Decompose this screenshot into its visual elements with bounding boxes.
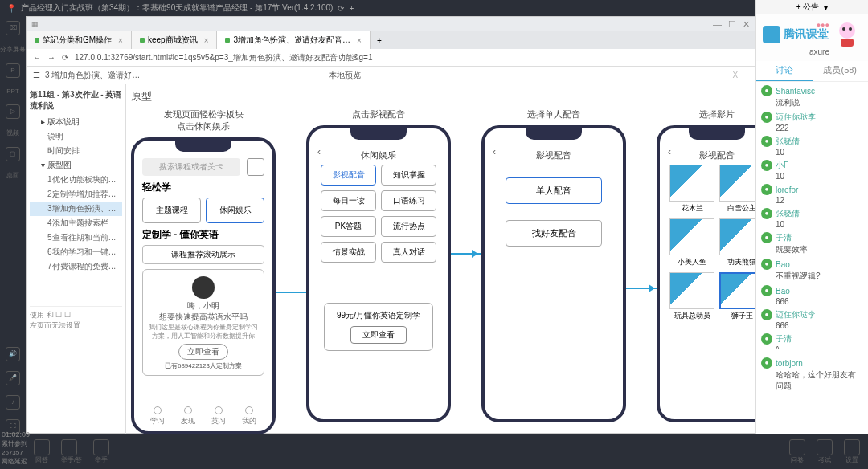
phone-frame: ‹ 影视配音 单人配音 找好友配音 <box>481 125 626 422</box>
username[interactable]: Bao <box>776 260 790 269</box>
br-max[interactable]: ☐ <box>728 19 736 30</box>
friend-dub[interactable]: 找好友配音 <box>506 220 602 247</box>
avatar-icon: ● <box>761 309 772 320</box>
mic-icon[interactable]: 🎤 <box>6 371 20 385</box>
username[interactable]: Shantavisc <box>776 87 815 96</box>
tree-node[interactable]: 2定制学增加推荐的课程内… <box>30 187 122 202</box>
chat-messages[interactable]: ●Shantavisc流利说●迈住你哒李222●张晓倩10●小F10●loref… <box>756 82 868 447</box>
svg-point-2 <box>849 27 852 31</box>
username[interactable]: 小F <box>776 160 788 171</box>
music-icon[interactable]: ♪ <box>6 395 20 410</box>
avatar-icon: ● <box>761 85 772 96</box>
tree-node[interactable]: 5查看往期和当前学习记录… <box>30 230 122 245</box>
movie-thumb[interactable]: 花木兰 <box>669 165 714 214</box>
tree-heading: 第11组 - 第3次作业 - 英语流利说 <box>30 89 122 112</box>
tree-node-selected[interactable]: 3增加角色扮演、邀请好友… <box>30 202 122 216</box>
message-text: 10 <box>776 220 863 229</box>
message-text: 哈哈哈，这个好朋友有问题 <box>776 369 863 392</box>
survey-icon[interactable] <box>789 439 805 455</box>
mascot-icon <box>831 18 863 50</box>
back-icon[interactable]: ‹ <box>493 146 496 157</box>
prototype-canvas[interactable]: 原型 发现页面轻松学板块 点击休闲娱乐 搜索课程或者关卡 轻松学 主题课程休闲娱… <box>126 84 755 447</box>
movie-thumb[interactable]: 小美人鱼 <box>669 218 714 267</box>
username[interactable]: 张晓倩 <box>776 208 800 219</box>
avatar-icon: ● <box>761 259 772 270</box>
solo-dub[interactable]: 单人配音 <box>506 177 602 204</box>
refresh-icon[interactable]: ⟳ <box>338 4 344 13</box>
left-rail: ⌧分享屏幕 PPPT ▷视频 ▢桌面 🔊 🎤 ♪ ⛶ <box>0 16 26 434</box>
fwd-icon[interactable]: → <box>47 53 55 62</box>
tree-node[interactable]: 1优化功能板块的分类 <box>30 173 122 187</box>
exam-icon[interactable] <box>817 439 833 455</box>
promo-card[interactable]: 嗨，小明 想要快速提高英语水平吗 我们这里是核心课程为你量身定制学习方案，用人工… <box>142 269 264 376</box>
app-grid-icon[interactable]: ▦ <box>31 20 39 28</box>
tree-node[interactable]: ▸ 版本说明 <box>30 115 122 129</box>
message-text: 10 <box>776 172 863 181</box>
browser-frame: ▦ —☐✕ 笔记分类和GM操作× keep商城资讯× 3增加角色扮演、邀请好友配… <box>26 16 755 434</box>
back-icon[interactable]: ‹ <box>317 146 321 157</box>
username[interactable]: 迈住你哒李 <box>776 112 816 123</box>
tab-members[interactable]: 成员(58) <box>813 61 869 81</box>
bottom-nav[interactable]: 学习 发现 英习 我的 <box>142 406 264 426</box>
username[interactable]: torbjorn <box>776 359 803 368</box>
tab-discuss[interactable]: 讨论 <box>756 61 813 81</box>
announce-bar[interactable]: + 公告 ▾ <box>756 0 868 14</box>
avatar-icon: ● <box>761 136 772 147</box>
hand-icon[interactable] <box>93 439 109 455</box>
movie-thumb-selected[interactable]: 狮子王 <box>719 272 755 321</box>
settings-icon[interactable] <box>844 439 860 455</box>
breadcrumb: 3 增加角色扮演、邀请好… <box>45 70 140 81</box>
new-tab[interactable]: + <box>371 36 388 45</box>
view-button[interactable]: 立即查看 <box>350 326 407 344</box>
tab-2[interactable]: keep商城资讯× <box>132 31 218 49</box>
tree-node[interactable]: 4添加主题搜索栏 <box>30 216 122 230</box>
calendar-icon[interactable] <box>247 158 264 176</box>
page-title: 原型 <box>131 89 750 104</box>
tree-node[interactable]: 6我的学习和一键寻找功能… <box>30 245 122 259</box>
avatar-icon: ● <box>761 285 772 296</box>
br-close[interactable]: ✕ <box>743 19 750 30</box>
username[interactable]: 张晓倩 <box>776 136 800 147</box>
username[interactable]: Bao <box>776 287 790 296</box>
avatar-icon: ● <box>761 160 772 171</box>
username[interactable]: 迈住你哒李 <box>776 309 816 320</box>
chevron-down-icon: ▾ <box>824 3 828 12</box>
desktop-icon[interactable]: ▢ <box>6 147 20 161</box>
movie-thumb[interactable]: 白雪公主 <box>719 165 755 214</box>
tree-node[interactable]: 说明 <box>30 129 122 144</box>
username[interactable]: 子清 <box>776 333 792 345</box>
price-banner: 99元/月懂你英语定制学 立即查看 <box>324 303 433 351</box>
phone-frame: 搜索课程或者关卡 轻松学 主题课程休闲娱乐 定制学 - 懂你英语 课程推荐滚动展… <box>131 137 276 434</box>
back-icon[interactable]: ‹ <box>668 146 671 157</box>
phone-block-4: 选择影片 ‹ 影视配音 花木兰 白雪公主 小美人鱼 功夫熊猫 玩具总动员 狮子王 <box>657 108 755 434</box>
tree-footer: 使用 和 ☐ ☐左页而无法设置 <box>30 306 122 331</box>
tree-node[interactable]: 时间安排 <box>30 144 122 158</box>
br-min[interactable]: — <box>713 19 722 30</box>
movie-dub[interactable]: 影视配音 <box>321 165 376 186</box>
menu-icon[interactable]: ☰ <box>33 71 40 80</box>
ppt-icon[interactable]: P <box>6 63 20 78</box>
username[interactable]: lorefor <box>776 186 798 194</box>
movie-thumb[interactable]: 功夫熊猫 <box>719 218 755 267</box>
share-screen-icon[interactable]: ⌧ <box>6 21 20 35</box>
video-icon[interactable]: ▷ <box>6 104 20 119</box>
address-bar[interactable]: ←→⟳ 127.0.0.1:32769/start.html#id=1qs5v5… <box>27 49 755 67</box>
reload-icon[interactable]: ⟳ <box>62 53 68 62</box>
search-input[interactable]: 搜索课程或者关卡 <box>142 158 240 176</box>
cta-button[interactable]: 立即查看 <box>178 344 228 360</box>
movie-thumb[interactable]: 玩具总动员 <box>669 272 714 321</box>
add-icon[interactable]: + <box>349 4 354 13</box>
topic-courses[interactable]: 主题课程 <box>142 198 201 223</box>
raise-hand-icon[interactable] <box>61 439 77 455</box>
leisure-ent[interactable]: 休闲娱乐 <box>206 198 264 223</box>
username[interactable]: 子清 <box>776 232 792 243</box>
tree-node[interactable]: 7付费课程的免费试听 <box>30 259 122 274</box>
audio-icon[interactable]: 🔊 <box>6 347 20 361</box>
tab-3[interactable]: 3增加角色扮演、邀请好友配音…× <box>217 31 370 49</box>
avatar-icon: ● <box>761 357 772 369</box>
tree-node[interactable]: ▾ 原型图 <box>30 158 122 173</box>
tab-1[interactable]: 笔记分类和GM操作× <box>27 31 132 49</box>
back-icon[interactable]: ← <box>33 53 41 62</box>
phone-frame: ‹ 影视配音 花木兰 白雪公主 小美人鱼 功夫熊猫 玩具总动员 狮子王 <box>657 125 755 422</box>
answer-icon[interactable] <box>34 439 50 455</box>
